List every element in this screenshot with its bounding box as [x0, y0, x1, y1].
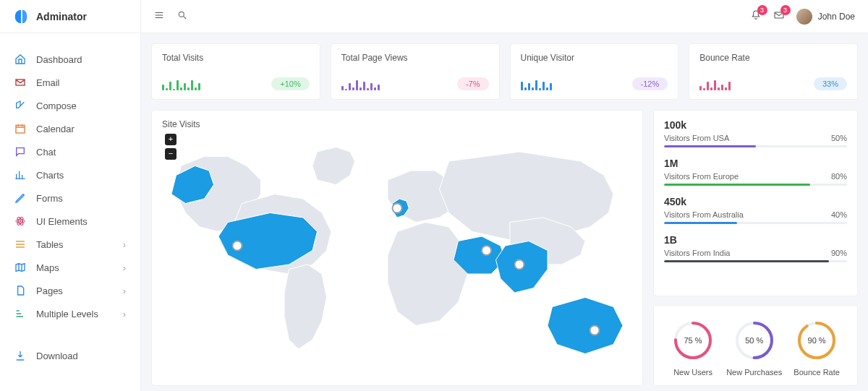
sidebar-item-label: UI Elements: [36, 216, 126, 227]
svg-point-6: [179, 12, 184, 17]
site-visits-card: Site Visits + −: [151, 110, 643, 386]
region-metric: 450kVisitors From Australia40%: [664, 196, 847, 224]
progress-bar: [664, 145, 847, 147]
sidebar-item-compose[interactable]: Compose: [0, 94, 140, 117]
sidebar-item-pages[interactable]: Pages›: [0, 279, 140, 302]
sidebar-item-multiple-levels[interactable]: Multiple Levels›: [0, 302, 140, 325]
metric-label: Visitors From Australia: [664, 210, 744, 219]
chat-icon: [14, 146, 26, 158]
table-icon: [14, 239, 26, 250]
chevron-right-icon: ›: [123, 239, 126, 250]
home-icon: [14, 53, 26, 65]
kpi-change-pill: -12%: [632, 77, 668, 90]
world-map[interactable]: [162, 134, 632, 377]
region-metric: 1BVisitors From India90%: [664, 234, 847, 262]
metric-percent: 50%: [831, 134, 847, 142]
svg-rect-1: [16, 125, 25, 133]
metric-label: Visitors From Europe: [664, 172, 739, 181]
sidebar-item-label: Chat: [36, 147, 126, 158]
gauge-label: New Purchases: [726, 368, 782, 377]
progress-bar: [664, 184, 847, 186]
gauge-label: New Users: [673, 368, 712, 377]
brand-logo-icon: [13, 9, 29, 25]
gauge-value: 90 %: [808, 336, 826, 345]
mail-badge: 3: [780, 5, 791, 15]
chevron-right-icon: ›: [123, 309, 126, 319]
kpi-title: Bounce Rate: [699, 53, 847, 63]
sidebar-item-label: Tables: [36, 239, 113, 250]
gauge-new-purchases: 50 %New Purchases: [726, 319, 782, 377]
kpi-card-bounce-rate: Bounce Rate33%: [689, 43, 858, 100]
notification-bell-icon[interactable]: 3: [750, 9, 762, 23]
sparkline-icon: [162, 77, 200, 90]
sidebar-item-chat[interactable]: Chat: [0, 140, 140, 163]
compose-icon: [14, 100, 26, 111]
zoom-in-button[interactable]: +: [165, 134, 176, 145]
sidebar-item-calendar[interactable]: Calendar: [0, 117, 140, 140]
gauge-new-users: 75 %New Users: [671, 319, 715, 377]
search-icon[interactable]: [177, 10, 187, 22]
mail-icon: [14, 77, 26, 88]
calendar-icon: [14, 123, 26, 134]
levels-icon: [14, 308, 26, 319]
sidebar-item-forms[interactable]: Forms: [0, 186, 140, 210]
kpi-card-unique-visitor: Unique Visitor-12%: [510, 43, 679, 100]
sidebar-item-download[interactable]: Download: [0, 344, 140, 367]
sidebar-item-label: Pages: [36, 285, 113, 296]
sparkline-icon: [521, 77, 552, 90]
topbar: 3 3 John Doe: [141, 0, 868, 33]
region-metric: 100kVisitors From USA50%: [664, 119, 847, 147]
metric-value: 1B: [664, 234, 847, 246]
metric-label: Visitors From USA: [664, 134, 729, 142]
sidebar-item-label: Dashboard: [36, 54, 126, 65]
metric-value: 100k: [664, 119, 847, 131]
progress-bar: [664, 260, 847, 262]
sparkline-icon: [341, 77, 380, 90]
mail-icon[interactable]: 3: [773, 9, 785, 23]
gauges-card: 75 %New Users50 %New Purchases90 %Bounce…: [653, 305, 858, 386]
kpi-title: Total Visits: [162, 53, 310, 63]
svg-point-2: [20, 220, 22, 223]
sidebar: Adminator DashboardEmailComposeCalendarC…: [0, 0, 141, 391]
sparkline-icon: [699, 77, 731, 90]
sidebar-item-email[interactable]: Email: [0, 71, 140, 94]
sidebar-item-label: Multiple Levels: [36, 309, 113, 319]
sidebar-item-label: Forms: [36, 193, 126, 204]
gauge-value: 50 %: [745, 336, 763, 345]
zoom-out-button[interactable]: −: [165, 148, 176, 160]
atom-icon: [14, 215, 26, 227]
chevron-right-icon: ›: [123, 285, 126, 296]
metric-label: Visitors From India: [664, 249, 731, 257]
metric-percent: 90%: [831, 249, 847, 257]
svg-point-13: [590, 326, 600, 335]
user-menu[interactable]: John Doe: [796, 9, 855, 25]
sidebar-item-dashboard[interactable]: Dashboard: [0, 48, 140, 71]
region-metric: 1MVisitors From Europe80%: [664, 158, 847, 186]
chevron-right-icon: ›: [123, 262, 126, 273]
metric-value: 1M: [664, 158, 847, 169]
kpi-card-total-visits: Total Visits+10%: [151, 43, 320, 100]
menu-toggle-icon[interactable]: [154, 10, 164, 22]
sidebar-item-maps[interactable]: Maps›: [0, 256, 140, 279]
site-visits-title: Site Visits: [162, 119, 632, 129]
sidebar-item-tables[interactable]: Tables›: [0, 233, 140, 256]
pages-icon: [14, 285, 26, 296]
map-zoom-controls: + −: [165, 134, 178, 163]
sidebar-item-label: Maps: [36, 262, 113, 273]
notification-badge: 3: [757, 5, 767, 15]
user-name: John Doe: [818, 12, 855, 22]
sidebar-item-label: Charts: [36, 170, 126, 181]
kpi-change-pill: -7%: [457, 77, 489, 90]
svg-point-11: [482, 246, 491, 255]
pencil-icon: [14, 192, 26, 204]
metric-percent: 80%: [831, 172, 847, 181]
kpi-card-total-page-views: Total Page Views-7%: [331, 43, 500, 100]
brand[interactable]: Adminator: [0, 0, 140, 33]
sidebar-item-ui-elements[interactable]: UI Elements: [0, 210, 140, 233]
sidebar-item-charts[interactable]: Charts: [0, 163, 140, 186]
visitors-by-region-card: 100kVisitors From USA50%1MVisitors From …: [653, 110, 858, 296]
svg-line-7: [184, 17, 187, 20]
sidebar-item-label: Calendar: [36, 124, 126, 134]
kpi-title: Unique Visitor: [521, 53, 668, 63]
kpi-change-pill: 33%: [814, 77, 847, 90]
